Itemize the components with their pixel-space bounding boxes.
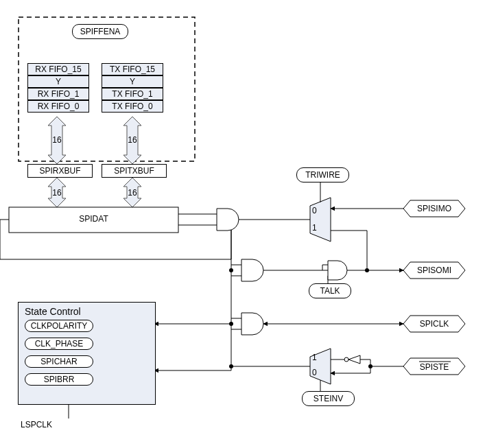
spitxbuf: SPITXBUF bbox=[102, 164, 167, 178]
mux1-label-1: 1 bbox=[312, 223, 317, 233]
width-16-d: 16 bbox=[127, 188, 138, 198]
label-spiffena: SPIFFENA bbox=[72, 24, 128, 39]
label-triwire: TRIWIRE bbox=[296, 167, 349, 182]
svg-point-2 bbox=[229, 268, 233, 272]
pill-spibrr: SPIBRR bbox=[25, 373, 93, 386]
rx-fifo-1: RX FIFO_1 bbox=[27, 88, 89, 100]
port-spisomi: SPISOMI bbox=[410, 266, 458, 275]
width-16-a: 16 bbox=[51, 135, 62, 145]
spidat: SPIDAT bbox=[9, 214, 178, 224]
tx-fifo-y: Y bbox=[102, 75, 163, 88]
state-control-title: State Control bbox=[25, 306, 81, 317]
tx-fifo-1: TX FIFO_1 bbox=[102, 88, 163, 100]
rx-fifo-y: Y bbox=[27, 75, 89, 88]
port-spiclk: SPICLK bbox=[410, 319, 458, 329]
tx-fifo-0: TX FIFO_0 bbox=[102, 100, 163, 113]
label-lspclk: LSPCLK bbox=[21, 420, 52, 429]
label-steinv: STEINV bbox=[302, 391, 355, 406]
rx-fifo-15: RX FIFO_15 bbox=[27, 63, 89, 75]
svg-point-3 bbox=[365, 268, 369, 272]
width-16-c: 16 bbox=[51, 188, 62, 198]
port-spisimo: SPISIMO bbox=[410, 204, 458, 213]
svg-point-7 bbox=[229, 364, 233, 368]
state-control bbox=[18, 302, 156, 405]
width-16-b: 16 bbox=[127, 135, 138, 145]
svg-point-5 bbox=[344, 357, 348, 362]
tx-fifo-15: TX FIFO_15 bbox=[102, 63, 163, 75]
rx-fifo-0: RX FIFO_0 bbox=[27, 100, 89, 113]
pill-clkphase: CLK_PHASE bbox=[25, 338, 93, 350]
port-spiste: SPISTE bbox=[410, 362, 458, 372]
mux2-label-1: 1 bbox=[312, 353, 317, 362]
label-talk: TALK bbox=[309, 283, 351, 298]
svg-point-6 bbox=[368, 364, 372, 368]
pill-spichar: SPICHAR bbox=[25, 355, 93, 368]
spirxbuf: SPIRXBUF bbox=[27, 164, 93, 178]
mux1-label-0: 0 bbox=[312, 206, 317, 215]
pill-clkpolarity: CLKPOLARITY bbox=[25, 320, 93, 332]
mux2-label-0: 0 bbox=[312, 368, 317, 377]
